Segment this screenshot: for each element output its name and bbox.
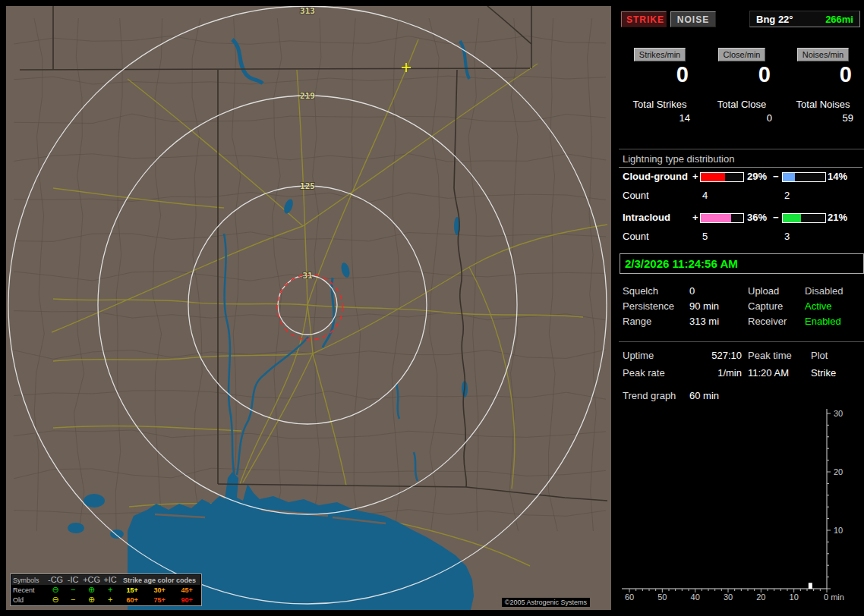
svg-text:30: 30	[834, 409, 843, 418]
svg-text:40: 40	[691, 592, 700, 602]
capture-status: Active	[805, 300, 831, 312]
session-row: Peak rate 1/min 11:20 AM Strike	[619, 367, 864, 381]
minus-sign: −	[773, 212, 779, 223]
strikes-column: Strikes/min 0 Total Strikes 14	[619, 0, 701, 133]
capture-label: Capture	[748, 300, 783, 312]
persistence-label: Persistence	[623, 300, 674, 312]
total-strikes-label: Total Strikes	[619, 99, 701, 110]
trend-header: Trend graph 60 min	[619, 390, 864, 404]
range-label-31: 31	[302, 271, 313, 281]
cloud-ground-count-row: Count 4 2	[619, 190, 864, 202]
legend-symbols-header: Symbols	[11, 575, 46, 585]
noises-per-min-badge[interactable]: Noises/min	[797, 48, 849, 61]
pos-cg-recent-icon: ⊕	[81, 585, 102, 595]
plot-label: Plot	[811, 350, 828, 361]
noises-column: Noises/min 0 Total Noises 59	[782, 0, 864, 133]
neg-cg-bar	[782, 172, 826, 182]
neg-cg-old-icon: ⊖	[46, 595, 65, 605]
status-panel: STRIKE NOISE Bng 22° 266mi Strikes/min 0…	[619, 0, 864, 616]
plus-sign: +	[692, 171, 698, 182]
range-value: 313 mi	[689, 316, 719, 327]
intracloud-count-row: Count 5 3	[619, 231, 864, 243]
strikes-per-min-value: 0	[619, 62, 689, 87]
age-90: 90+	[173, 595, 200, 605]
section-divider	[619, 341, 864, 342]
intracloud-row: Intracloud + 36% − 21%	[619, 212, 864, 224]
total-noises-label: Total Noises	[782, 99, 864, 110]
neg-ic-count: 3	[784, 231, 790, 242]
receiver-label: Receiver	[748, 316, 787, 327]
map-legend: Symbols -CG -IC +CG +IC Strike age color…	[10, 574, 202, 606]
count-label: Count	[623, 231, 649, 242]
legend-col-neg-ic: -IC	[65, 575, 81, 585]
lightning-range-map[interactable]: 313 219 125 31 Symbols -CG -IC +CG +IC S…	[6, 6, 611, 610]
cloud-ground-row: Cloud-ground + 29% − 14%	[619, 171, 864, 183]
neg-cg-recent-icon: ⊖	[46, 585, 65, 595]
intracloud-label: Intracloud	[623, 212, 670, 223]
pos-ic-recent-icon: +	[102, 585, 118, 595]
count-label: Count	[623, 190, 649, 201]
neg-ic-bar	[782, 213, 826, 223]
svg-text:30: 30	[724, 592, 733, 602]
copyright-notice: ©2005 Astrogenic Systems	[502, 598, 590, 607]
status-row: Persistence 90 min Capture Active	[619, 300, 864, 314]
svg-text:60: 60	[625, 592, 634, 602]
uptime-value: 527:10	[695, 350, 742, 361]
persistence-value: 90 min	[689, 300, 719, 312]
total-noises-value: 59	[782, 112, 853, 124]
age-60: 60+	[118, 595, 146, 605]
plus-sign: +	[692, 212, 698, 223]
age-30: 30+	[146, 585, 173, 595]
status-row: Range 313 mi Receiver Enabled	[619, 316, 864, 329]
svg-text:10: 10	[790, 592, 799, 602]
strikes-per-min-badge[interactable]: Strikes/min	[634, 48, 686, 61]
pos-cg-old-icon: ⊕	[81, 595, 102, 605]
receiver-status: Enabled	[805, 316, 841, 327]
legend-col-pos-cg: +CG	[81, 575, 102, 585]
pos-cg-percent: 29%	[747, 171, 767, 182]
close-column: Close/min 0 Total Close 0	[701, 0, 783, 133]
legend-col-pos-ic: +IC	[102, 575, 118, 585]
peak-rate-value: 1/min	[695, 367, 742, 379]
svg-text:50: 50	[657, 592, 667, 602]
neg-ic-recent-icon: −	[65, 585, 81, 595]
session-row: Uptime 527:10 Peak time Plot	[619, 350, 864, 363]
pos-ic-count: 5	[702, 231, 708, 242]
close-per-min-badge[interactable]: Close/min	[718, 48, 766, 61]
neg-cg-percent: 14%	[828, 171, 847, 182]
squelch-value: 0	[689, 285, 695, 297]
upload-status: Disabled	[805, 285, 844, 297]
neg-ic-old-icon: −	[65, 595, 81, 605]
trend-graph-label: Trend graph	[623, 390, 676, 401]
trend-window-value: 60 min	[689, 390, 719, 401]
legend-age-header: Strike age color codes	[118, 575, 200, 585]
noises-per-min-value: 0	[782, 62, 852, 87]
age-75: 75+	[146, 595, 173, 605]
age-15: 15+	[118, 585, 146, 595]
svg-text:10: 10	[834, 526, 843, 535]
svg-text:0 min: 0 min	[824, 592, 844, 602]
upload-label: Upload	[748, 285, 779, 297]
section-divider	[619, 149, 864, 149]
peak-rate-label: Peak rate	[623, 367, 665, 379]
range-label: Range	[623, 316, 651, 327]
legend-old-label: Old	[11, 595, 46, 605]
peak-time-label: Peak time	[748, 350, 792, 361]
peak-time-value: 11:20 AM	[748, 367, 789, 379]
pos-cg-bar	[700, 172, 744, 182]
neg-ic-percent: 21%	[828, 212, 847, 223]
svg-text:20: 20	[834, 467, 843, 476]
map-svg: 313 219 125 31	[6, 6, 611, 610]
pos-cg-count: 4	[702, 190, 708, 201]
pos-ic-percent: 36%	[747, 212, 767, 223]
range-label-125: 125	[300, 181, 315, 191]
neg-cg-count: 2	[784, 190, 790, 201]
range-label-313: 313	[300, 6, 315, 16]
uptime-label: Uptime	[623, 350, 654, 361]
legend-recent-label: Recent	[11, 585, 46, 595]
pos-ic-old-icon: +	[102, 595, 118, 605]
minus-sign: −	[773, 171, 779, 182]
squelch-label: Squelch	[623, 285, 658, 297]
range-label-219: 219	[300, 91, 315, 101]
datetime-display: 2/3/2026 11:24:56 AM	[620, 253, 864, 274]
